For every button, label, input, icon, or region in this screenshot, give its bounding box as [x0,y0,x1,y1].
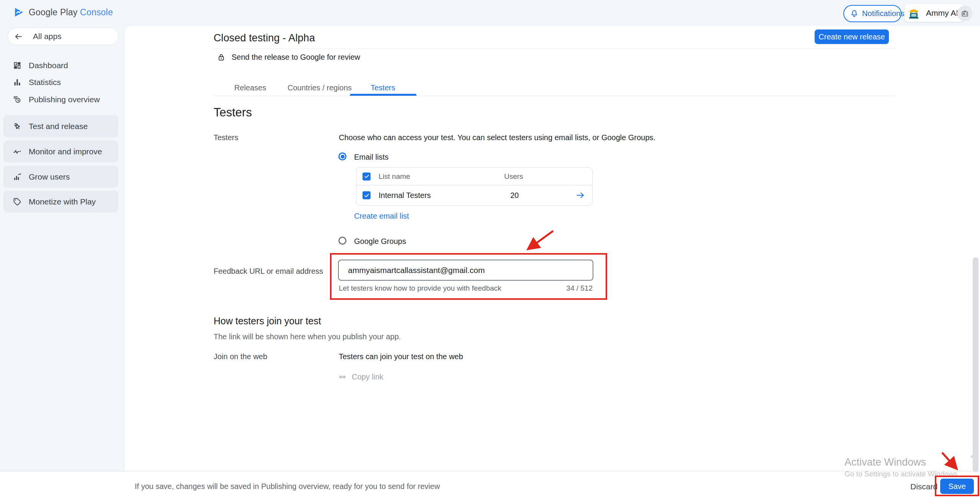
sidebar-item-publishing-overview[interactable]: Publishing overview [0,91,125,108]
create-email-list-link[interactable]: Create email list [354,212,409,221]
sidebar-item-monetize-with-play[interactable]: Monetize with Play [3,191,118,213]
save-bar-message: If you save, changes will be saved in Pu… [135,482,440,491]
all-apps-back-button[interactable]: All apps [8,28,119,45]
email-lists-radio[interactable] [338,152,346,160]
page-title: Closed testing - Alpha [214,32,315,44]
sidebar-item-label: Publishing overview [29,95,100,104]
link-icon [338,373,347,381]
app-icon-phone [906,5,921,21]
testers-description: Choose who can access your test. You can… [339,133,655,142]
account-chip[interactable]: Ammy AI [905,4,964,22]
sidebar-item-label: Test and release [29,122,88,131]
testers-heading: Testers [214,106,252,119]
sidebar: All apps Dashboard Statistics Publishing… [0,26,125,471]
feedback-url-input[interactable] [338,260,593,281]
join-section-heading: How testers join your test [214,316,321,327]
copy-link-button-disabled[interactable]: Copy link [338,373,383,381]
sidebar-item-test-and-release[interactable]: Test and release [3,115,118,137]
list-name-cell: Internal Testers [379,191,431,200]
sidebar-item-monitor-and-improve[interactable]: Monitor and improve [3,141,118,162]
table-header-row: List name Users [356,168,592,185]
save-bar: If you save, changes will be saved in Pu… [0,471,980,497]
bell-icon [850,9,859,18]
tab-testers[interactable]: Testers [371,83,395,92]
tag-icon [13,197,22,206]
copy-link-label: Copy link [352,373,383,381]
email-lists-table: List name Users Internal Testers 20 [356,167,593,206]
tabs-divider [214,96,895,96]
create-new-release-button[interactable]: Create new release [815,29,889,44]
sidebar-item-label: Statistics [29,78,61,87]
monitor-icon [13,147,22,156]
google-play-console-logo[interactable]: Google Play Console [13,7,113,18]
feedback-url-label: Feedback URL or email address [214,267,323,276]
lock-icon [217,53,225,62]
sidebar-item-dashboard[interactable]: Dashboard [0,57,125,74]
review-note-text: Send the release to Google for review [232,53,360,62]
review-note-row: Send the release to Google for review [217,53,360,62]
select-all-checkbox[interactable] [363,172,371,180]
id-badge-icon [960,9,969,18]
google-groups-label[interactable]: Google Groups [354,237,406,246]
account-name: Ammy AI [926,8,958,18]
notifications-button[interactable]: Notifications [843,5,902,22]
sidebar-item-label: Monitor and improve [29,147,102,156]
email-lists-label[interactable]: Email lists [354,153,389,162]
feedback-helper-text: Let testers know how to provide you with… [339,284,501,293]
header-divider [214,49,895,49]
statistics-icon [13,78,22,87]
tab-releases[interactable]: Releases [234,83,266,92]
main-content: Closed testing - Alpha Create new releas… [125,26,980,471]
sidebar-item-statistics[interactable]: Statistics [0,74,125,91]
sidebar-item-grow-users[interactable]: Grow users [3,166,118,188]
sidebar-item-label: Dashboard [29,61,68,70]
play-logo-icon [13,7,24,18]
join-on-web-label: Join on the web [214,352,267,361]
open-list-arrow-icon[interactable] [575,190,585,200]
tab-countries-regions[interactable]: Countries / regions [287,83,352,92]
back-arrow-icon [14,32,23,41]
character-counter: 34 / 512 [516,284,593,293]
sidebar-item-label: Monetize with Play [29,197,96,206]
all-apps-label: All apps [33,32,62,41]
column-header-users: Users [504,172,523,181]
google-groups-radio[interactable] [338,237,346,245]
table-row[interactable]: Internal Testers 20 [356,185,592,205]
sidebar-item-label: Grow users [29,172,70,181]
dashboard-icon [13,61,22,70]
work-profile-button[interactable] [957,6,972,21]
save-button[interactable]: Save [940,479,974,494]
discard-button[interactable]: Discard [910,482,938,491]
testers-row-label: Testers [214,133,238,142]
join-on-web-text: Testers can join your test on the web [339,352,463,361]
users-count-cell: 20 [510,191,519,200]
row-checkbox[interactable] [363,191,371,199]
logo-text: Google Play Console [29,7,113,18]
join-section-subtitle: The link will be shown here when you pub… [214,332,401,341]
vertical-scrollbar-thumb[interactable] [973,257,978,472]
top-app-bar: Google Play Console Notifications Ammy A… [0,0,980,26]
publishing-overview-icon [13,95,22,104]
grow-users-icon [13,172,22,181]
column-header-list-name: List name [379,172,410,181]
rocket-icon [13,122,22,131]
play-console-app: Google Play Console Notifications Ammy A… [0,0,980,497]
notifications-label: Notifications [862,9,904,18]
